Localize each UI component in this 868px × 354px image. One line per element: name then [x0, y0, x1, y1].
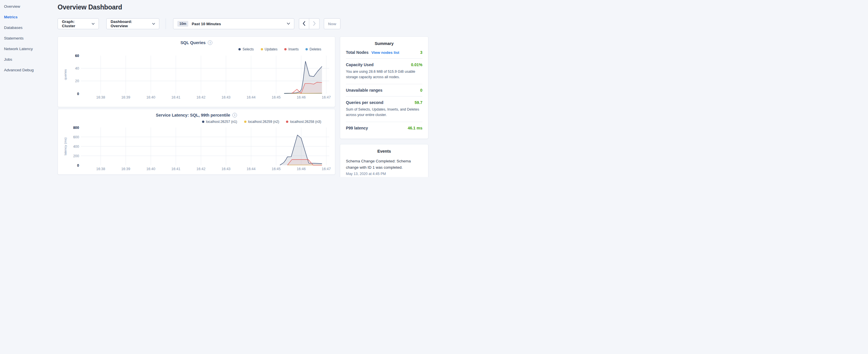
svg-text:0: 0 [77, 164, 79, 167]
time-range-label: Past 10 Minutes [192, 22, 221, 26]
sidebar-item-statements[interactable]: Statements [0, 33, 57, 43]
sidebar-item-jobs[interactable]: Jobs [0, 54, 57, 65]
legend-label: Updates [265, 47, 278, 51]
svg-text:16:39: 16:39 [121, 167, 130, 171]
chart-title-sql-queries: SQL Queries [181, 40, 206, 45]
svg-text:16:40: 16:40 [147, 167, 155, 171]
event-message: Schema Change Completed: Schema change w… [346, 158, 423, 171]
chevron-left-icon [303, 21, 306, 27]
time-range-picker[interactable]: 10m Past 10 Minutes [173, 18, 294, 29]
svg-text:16:38: 16:38 [96, 95, 105, 99]
legend-item[interactable]: Selects [239, 47, 254, 51]
event-timestamp: May 13, 2020 at 4:45 PM [346, 172, 423, 176]
legend-dot-icon [284, 48, 286, 51]
page-title: Overview Dashboard [58, 3, 122, 11]
summary-row-capacity-used: Capacity Used 0.01% You are using 28.6 M… [346, 59, 423, 84]
legend-item[interactable]: localhost:26258 (n3) [286, 120, 321, 124]
summary-row-total-nodes: Total Nodes View nodes list 3 [346, 46, 423, 59]
svg-text:20: 20 [75, 79, 79, 83]
service-latency-legend: localhost:26257 (n1)localhost:26259 (n2)… [58, 119, 321, 125]
legend-item[interactable]: localhost:26257 (n1) [202, 120, 237, 124]
svg-text:60: 60 [75, 54, 79, 58]
legend-item[interactable]: Updates [261, 47, 278, 51]
legend-item[interactable]: Inserts [284, 47, 299, 51]
svg-text:800: 800 [73, 126, 79, 130]
summary-row-unavailable-ranges: Unavailable ranges 0 [346, 84, 423, 97]
svg-text:16:42: 16:42 [196, 95, 206, 99]
svg-text:600: 600 [73, 135, 79, 139]
service-latency-chart-card: Service Latency: SQL, 99th percentile i … [58, 109, 335, 175]
svg-text:200: 200 [73, 154, 79, 158]
unavailable-ranges-label: Unavailable ranges [346, 88, 382, 93]
unavailable-ranges-value: 0 [420, 88, 423, 93]
summary-panel: Summary Total Nodes View nodes list 3 Ca… [340, 36, 428, 139]
info-icon[interactable]: i [232, 113, 237, 118]
svg-text:queries: queries [64, 69, 67, 80]
graph-dropdown-label: Graph: Cluster [62, 20, 89, 28]
view-nodes-list-link[interactable]: View nodes list [371, 51, 399, 55]
graph-dropdown[interactable]: Graph: Cluster [58, 18, 99, 29]
sql-queries-chart[interactable]: 16:3816:3916:4016:4116:4216:4316:4416:45… [58, 53, 336, 103]
sidebar-item-databases[interactable]: Databases [0, 22, 57, 33]
svg-text:16:47: 16:47 [322, 167, 331, 171]
legend-label: localhost:26258 (n3) [290, 120, 321, 124]
event-list-item[interactable]: Schema Change Completed: Schema change w… [346, 158, 423, 176]
capacity-used-value: 0.01% [411, 62, 423, 67]
time-step-forward-button[interactable] [309, 18, 319, 29]
info-icon[interactable]: i [208, 40, 212, 45]
queries-per-second-value: 59.7 [415, 100, 423, 105]
sidebar-item-overview[interactable]: Overview [0, 1, 57, 12]
legend-dot-icon [261, 48, 263, 51]
legend-label: localhost:26257 (n1) [206, 120, 237, 124]
svg-text:16:38: 16:38 [96, 167, 105, 171]
svg-text:16:44: 16:44 [246, 167, 255, 171]
svg-text:16:41: 16:41 [172, 167, 180, 171]
dashboard-dropdown-label: Dashboard: Overview [111, 20, 149, 28]
svg-text:16:42: 16:42 [196, 167, 206, 171]
legend-dot-icon [239, 48, 241, 51]
sql-queries-chart-card: SQL Queries i SelectsUpdatesInsertsDelet… [58, 36, 335, 107]
p99-latency-label: P99 latency [346, 126, 368, 130]
sidebar: Overview Metrics Databases Statements Ne… [0, 0, 57, 75]
svg-text:16:46: 16:46 [297, 95, 306, 99]
legend-label: Inserts [288, 47, 299, 51]
sidebar-item-advanced-debug[interactable]: Advanced Debug [0, 65, 57, 75]
sidebar-item-metrics[interactable]: Metrics [0, 12, 57, 22]
total-nodes-label: Total Nodes [346, 50, 369, 55]
legend-label: localhost:26259 (n2) [248, 120, 279, 124]
svg-text:0: 0 [77, 92, 79, 96]
svg-text:16:45: 16:45 [272, 167, 281, 171]
legend-item[interactable]: Deletes [306, 47, 321, 51]
controls-bar: Graph: Cluster Dashboard: Overview 10m P… [58, 18, 340, 29]
sidebar-nav: Overview Metrics Databases Statements Ne… [0, 1, 57, 75]
chevron-down-icon [92, 23, 95, 25]
queries-per-second-label: Queries per second [346, 100, 383, 105]
now-button[interactable]: Now [324, 18, 340, 29]
chevron-down-icon [287, 23, 290, 25]
legend-item[interactable]: localhost:26259 (n2) [244, 120, 279, 124]
time-step-buttons [299, 18, 319, 29]
legend-dot-icon [286, 121, 288, 123]
service-latency-chart[interactable]: 16:3816:3916:4016:4116:4216:4316:4416:45… [58, 125, 336, 175]
legend-dot-icon [202, 121, 204, 123]
svg-text:16:40: 16:40 [147, 95, 155, 99]
dashboard-dropdown[interactable]: Dashboard: Overview [106, 18, 159, 29]
time-step-back-button[interactable] [299, 18, 309, 29]
chart-title-service-latency: Service Latency: SQL, 99th percentile [156, 113, 230, 118]
total-nodes-value: 3 [420, 50, 423, 55]
svg-text:400: 400 [73, 144, 79, 149]
events-title: Events [346, 149, 423, 154]
svg-text:16:44: 16:44 [246, 95, 255, 99]
summary-row-queries-per-second: Queries per second 59.7 Sum of Selects, … [346, 97, 423, 122]
svg-text:40: 40 [75, 66, 79, 70]
svg-text:16:46: 16:46 [297, 167, 306, 171]
legend-label: Deletes [309, 47, 321, 51]
queries-per-second-description: Sum of Selects, Updates, Inserts, and De… [346, 107, 423, 118]
legend-dot-icon [244, 121, 246, 123]
svg-text:latency (ms): latency (ms) [64, 137, 67, 156]
summary-title: Summary [346, 41, 423, 46]
sidebar-item-network-latency[interactable]: Network Latency [0, 43, 57, 54]
events-panel: Events Schema Change Completed: Schema c… [340, 144, 428, 177]
svg-text:16:43: 16:43 [221, 167, 230, 171]
svg-text:16:43: 16:43 [221, 95, 230, 99]
